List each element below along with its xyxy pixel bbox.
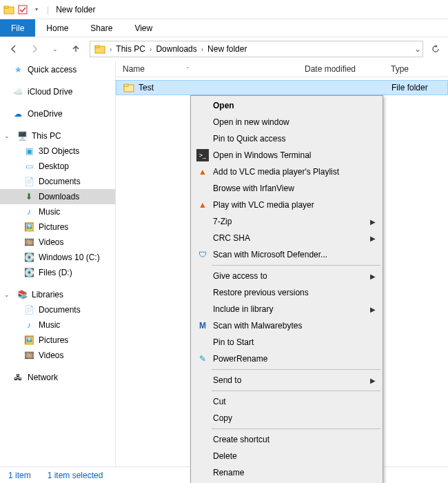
ctx-7zip[interactable]: 7-Zip▶ bbox=[192, 213, 381, 230]
ctx-create-shortcut[interactable]: Create shortcut bbox=[192, 431, 381, 448]
quick-access-toolbar-icon[interactable] bbox=[17, 3, 29, 16]
breadcrumb-downloads[interactable]: Downloads bbox=[153, 41, 199, 57]
sidebar-item-desktop[interactable]: ▭Desktop bbox=[0, 159, 115, 174]
status-selection-count: 1 item selected bbox=[48, 471, 103, 480]
picture-icon: 🖼️ bbox=[23, 221, 34, 233]
sidebar-item-label: Music bbox=[39, 207, 60, 217]
chevron-right-icon: ▶ bbox=[370, 218, 376, 226]
menu-separator bbox=[212, 265, 380, 266]
ctx-restore-versions[interactable]: Restore previous versions bbox=[192, 284, 381, 301]
breadcrumb-new-folder[interactable]: New folder bbox=[205, 41, 250, 57]
star-icon: ★ bbox=[12, 64, 23, 75]
sidebar-item-label: Pictures bbox=[39, 335, 68, 345]
menu-separator bbox=[212, 391, 380, 391]
sort-indicator-icon: ˄ bbox=[186, 66, 190, 73]
tab-view[interactable]: View bbox=[123, 19, 163, 37]
sidebar-item-lib-pictures[interactable]: 🖼️Pictures bbox=[0, 333, 115, 348]
sidebar-item-label: Videos bbox=[39, 351, 63, 360]
chevron-right-icon[interactable]: › bbox=[148, 46, 153, 53]
sidebar-item-label: OneDrive bbox=[28, 109, 63, 119]
tab-share[interactable]: Share bbox=[79, 19, 123, 37]
ctx-send-to[interactable]: Send to▶ bbox=[192, 372, 381, 388]
sidebar-item-network[interactable]: 🖧Network bbox=[0, 370, 115, 385]
caret-down-icon[interactable]: ⌄ bbox=[4, 132, 10, 139]
video-icon: 🎞️ bbox=[23, 237, 34, 248]
ctx-open[interactable]: Open bbox=[192, 97, 381, 114]
sidebar-item-label: Windows 10 (C:) bbox=[39, 253, 100, 262]
ctx-malwarebytes[interactable]: MScan with Malwarebytes bbox=[192, 317, 381, 334]
ctx-pin-quick-access[interactable]: Pin to Quick access bbox=[192, 130, 381, 147]
window-title: New folder bbox=[56, 5, 95, 14]
breadcrumb[interactable]: › This PC › Downloads › New folder ⌄ bbox=[90, 41, 423, 57]
path-dropdown-icon[interactable]: ⌄ bbox=[414, 44, 421, 54]
sidebar-item-label: Network bbox=[28, 373, 58, 382]
download-icon: ⬇ bbox=[23, 191, 34, 202]
file-name: Test bbox=[139, 83, 154, 92]
breadcrumb-this-pc[interactable]: This PC bbox=[113, 41, 148, 57]
sidebar-item-downloads[interactable]: ⬇Downloads bbox=[0, 189, 115, 204]
ctx-open-new-window[interactable]: Open in new window bbox=[192, 114, 381, 130]
sidebar-item-lib-videos[interactable]: 🎞️Videos bbox=[0, 348, 115, 363]
sidebar-item-pictures[interactable]: 🖼️Pictures bbox=[0, 219, 115, 235]
tab-file[interactable]: File bbox=[0, 19, 35, 37]
ctx-include-library[interactable]: Include in library▶ bbox=[192, 301, 381, 317]
sidebar-item-lib-documents[interactable]: 📄Documents bbox=[0, 302, 115, 317]
sidebar-item-label: Downloads bbox=[39, 192, 79, 201]
ctx-delete[interactable]: Delete bbox=[192, 448, 381, 464]
ctx-vlc-add[interactable]: ▲Add to VLC media player's Playlist bbox=[192, 164, 381, 180]
picture-icon: 🖼️ bbox=[23, 335, 34, 346]
ctx-defender[interactable]: 🛡Scan with Microsoft Defender... bbox=[192, 246, 381, 263]
sidebar-item-videos[interactable]: 🎞️Videos bbox=[0, 235, 115, 250]
malwarebytes-icon: M bbox=[196, 319, 209, 332]
back-button[interactable] bbox=[4, 39, 23, 59]
ctx-give-access[interactable]: Give access to▶ bbox=[192, 268, 381, 284]
music-icon: ♪ bbox=[23, 206, 34, 217]
column-name[interactable]: Name˄ bbox=[116, 64, 298, 74]
ctx-rename[interactable]: Rename bbox=[192, 464, 381, 481]
sidebar-item-icloud-drive[interactable]: ☁️iCloud Drive bbox=[0, 84, 115, 99]
ctx-irfanview[interactable]: Browse with IrfanView bbox=[192, 180, 381, 197]
sidebar-item-onedrive[interactable]: ☁OneDrive bbox=[0, 106, 115, 121]
ctx-powerrename[interactable]: ✎PowerRename bbox=[192, 351, 381, 367]
qat-dropdown-icon[interactable]: ▾ bbox=[30, 3, 43, 16]
sidebar-item-lib-music[interactable]: ♪Music bbox=[0, 317, 115, 333]
caret-down-icon[interactable]: ⌄ bbox=[4, 291, 10, 298]
sidebar-item-label: Documents bbox=[39, 177, 81, 186]
chevron-right-icon[interactable]: › bbox=[200, 46, 205, 53]
sidebar-item-libraries[interactable]: ⌄📚Libraries bbox=[0, 287, 115, 302]
ctx-vlc-play[interactable]: ▲Play with VLC media player bbox=[192, 197, 381, 213]
ctx-crc-sha[interactable]: CRC SHA▶ bbox=[192, 230, 381, 246]
refresh-button[interactable] bbox=[427, 41, 444, 57]
video-icon: 🎞️ bbox=[23, 350, 34, 361]
sidebar-item-c-drive[interactable]: 💽Windows 10 (C:) bbox=[0, 250, 115, 265]
libraries-icon: 📚 bbox=[17, 289, 28, 300]
column-headers: Name˄ Date modified Type bbox=[116, 61, 448, 77]
column-type[interactable]: Type bbox=[384, 64, 409, 74]
menu-separator bbox=[212, 369, 380, 370]
forward-button[interactable] bbox=[25, 39, 44, 59]
sidebar-item-this-pc[interactable]: ⌄🖥️This PC bbox=[0, 128, 115, 144]
menu-separator bbox=[212, 428, 380, 429]
sidebar-item-label: Libraries bbox=[32, 290, 63, 299]
sidebar-item-label: Music bbox=[39, 320, 60, 330]
tab-home[interactable]: Home bbox=[35, 19, 79, 37]
sidebar-item-music[interactable]: ♪Music bbox=[0, 204, 115, 219]
sidebar-item-label: Videos bbox=[39, 237, 63, 247]
chevron-right-icon[interactable]: › bbox=[108, 46, 113, 53]
up-button[interactable] bbox=[66, 39, 85, 59]
sidebar-item-3d-objects[interactable]: ▣3D Objects bbox=[0, 144, 115, 159]
ctx-pin-start[interactable]: Pin to Start bbox=[192, 334, 381, 351]
recent-dropdown-icon[interactable]: ⌄ bbox=[45, 39, 65, 59]
ctx-cut[interactable]: Cut bbox=[192, 393, 381, 410]
folder-icon bbox=[123, 82, 134, 93]
sidebar-item-quick-access[interactable]: ★Quick access bbox=[0, 62, 115, 77]
sidebar-item-d-drive[interactable]: 💽Files (D:) bbox=[0, 265, 115, 280]
sidebar-item-documents[interactable]: 📄Documents bbox=[0, 174, 115, 189]
pc-icon: 🖥️ bbox=[17, 130, 28, 141]
ctx-copy[interactable]: Copy bbox=[192, 410, 381, 426]
column-date-modified[interactable]: Date modified bbox=[298, 64, 384, 74]
ctx-open-terminal[interactable]: >_Open in Windows Terminal bbox=[192, 147, 381, 164]
sidebar-item-label: 3D Objects bbox=[39, 146, 79, 156]
file-row[interactable]: Test File folder bbox=[116, 80, 448, 95]
sidebar-item-label: Files (D:) bbox=[39, 268, 72, 277]
